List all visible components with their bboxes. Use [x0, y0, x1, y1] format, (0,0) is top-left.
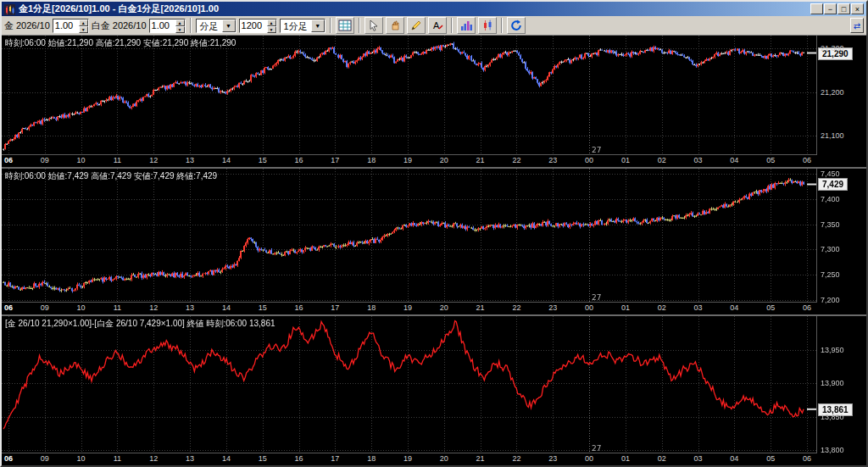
window-extra-button[interactable]: [810, 3, 823, 14]
period-type-dropdown[interactable]: 分足 ▼: [196, 19, 236, 33]
toolbar-separator: [501, 18, 503, 33]
time-label-09: 09: [41, 303, 49, 312]
hand-icon[interactable]: [386, 17, 404, 34]
toolbar-separator: [190, 18, 192, 33]
gold-info-line: 時刻:06:00 始値:21,290 高値:21,290 安値:21,290 終…: [5, 37, 236, 49]
gold-axis-label: 21,100: [821, 131, 844, 140]
window-title: 金1分足[2026/10]1.00 - 白金1分足[2026/10]1.00: [19, 3, 810, 15]
interval-value: 1分足: [281, 19, 311, 32]
gold-label: 金: [4, 19, 14, 32]
time-label-02: 02: [658, 454, 666, 463]
time-label-14: 14: [222, 454, 231, 463]
period-type-value: 分足: [197, 19, 222, 32]
platinum-axis-label: 7,250: [821, 270, 840, 279]
time-label-18: 18: [367, 303, 376, 312]
time-label-05: 05: [766, 156, 775, 164]
time-label-19: 19: [403, 303, 412, 312]
time-label-14: 14: [222, 156, 231, 164]
time-label-03: 03: [694, 303, 703, 312]
time-label-12: 12: [149, 156, 158, 164]
gold-chart-canvas[interactable]: [2, 36, 817, 155]
title-bar: 金1分足[2026/10]1.00 - 白金1分足[2026/10]1.00 −…: [2, 2, 866, 16]
time-label-11: 11: [114, 303, 121, 312]
gold-axis-label: 21,300: [821, 44, 844, 53]
toolbar-separator: [359, 18, 360, 33]
app-window: 金1分足[2026/10]1.00 - 白金1分足[2026/10]1.00 −…: [0, 0, 868, 467]
chevron-down-icon[interactable]: ▼: [222, 19, 236, 32]
time-label-09: 09: [41, 156, 49, 164]
candlestick-icon[interactable]: [478, 17, 497, 34]
platinum-axis-label: 7,300: [821, 245, 840, 253]
pencil-icon[interactable]: [407, 17, 426, 34]
time-label-06: 06: [4, 454, 13, 463]
time-label-15: 15: [259, 303, 267, 312]
time-label-14: 14: [222, 303, 231, 312]
bar-count-up[interactable]: ▲: [267, 19, 276, 26]
toolbar-overflow-button[interactable]: ⇄: [850, 18, 864, 33]
time-label-20: 20: [440, 156, 448, 164]
toolbar-separator: [330, 18, 331, 33]
spread-time-axis: 0609101112131415161718192021222300010203…: [2, 453, 817, 465]
time-label-15: 15: [259, 454, 267, 463]
gold-time-axis: 0609101112131415161718192021222300010203…: [2, 154, 817, 167]
platinum-chart-canvas[interactable]: [2, 169, 817, 303]
platinum-axis-label: 7,200: [821, 296, 840, 304]
cursor-icon[interactable]: [364, 17, 383, 34]
platinum-price-axis: 7,429 7,4507,4007,3507,3007,2507,200: [816, 169, 866, 303]
bar-count-down[interactable]: ▼: [267, 26, 276, 33]
platinum-info-line: 時刻:06:00 始値:7,429 高値:7,429 安値:7,429 終値:7…: [5, 170, 217, 182]
time-label-03: 03: [694, 156, 703, 164]
time-label-18: 18: [367, 454, 376, 463]
spread-chart-canvas[interactable]: [2, 316, 817, 453]
text-tool-icon[interactable]: A: [428, 17, 447, 34]
window-controls: − □ ×: [810, 3, 864, 14]
gold-contract-label: 2026/10: [16, 20, 50, 31]
platinum-time-axis: 0609101112131415161718192021222300010203…: [2, 302, 817, 314]
minimize-button[interactable]: −: [824, 3, 837, 14]
time-label-10: 10: [77, 156, 86, 164]
time-label-06: 06: [803, 156, 811, 164]
maximize-button[interactable]: □: [837, 3, 850, 14]
platinum-multiplier-up[interactable]: ▲: [175, 19, 185, 26]
close-button[interactable]: ×: [851, 3, 864, 14]
bar-count-input[interactable]: 1200 ▲▼: [239, 19, 277, 33]
time-label-21: 21: [476, 454, 485, 463]
gold-multiplier-input[interactable]: 1.00 ▲▼: [53, 19, 89, 33]
time-label-03: 03: [694, 454, 703, 463]
interval-dropdown[interactable]: 1分足 ▼: [280, 19, 326, 33]
time-label-09: 09: [41, 454, 49, 463]
time-label-05: 05: [766, 454, 775, 463]
time-label-16: 16: [295, 303, 303, 312]
time-label-23: 23: [548, 303, 557, 312]
time-label-22: 22: [512, 454, 520, 463]
gold-multiplier-down[interactable]: ▼: [79, 26, 88, 33]
time-label-17: 17: [331, 454, 339, 463]
platinum-label: 白金: [92, 19, 110, 32]
chevron-down-icon[interactable]: ▼: [311, 19, 325, 32]
time-label-22: 22: [512, 303, 520, 312]
time-label-06: 06: [803, 303, 811, 312]
platinum-multiplier-input[interactable]: 1.00 ▲▼: [149, 19, 186, 33]
time-label-02: 02: [658, 303, 666, 312]
time-label-21: 21: [476, 156, 485, 164]
time-label-12: 12: [149, 454, 158, 463]
gold-multiplier-up[interactable]: ▲: [79, 19, 88, 26]
time-label-15: 15: [259, 156, 267, 164]
refresh-icon[interactable]: [507, 17, 526, 34]
platinum-multiplier-down[interactable]: ▼: [175, 26, 185, 33]
time-label-12: 12: [149, 303, 158, 312]
platinum-axis-label: 7,350: [821, 220, 840, 229]
time-label-00: 00: [585, 156, 593, 164]
time-label-06: 06: [4, 303, 13, 312]
gold-price-axis: 21,290 21,30021,20021,100: [816, 36, 866, 155]
platinum-price-badge: 7,429: [818, 178, 848, 191]
time-label-22: 22: [512, 156, 520, 164]
platinum-axis-label: 7,450: [821, 170, 840, 178]
chart-area: 時刻:06:00 始値:21,290 高値:21,290 安値:21,290 終…: [2, 36, 866, 465]
chart-grid-icon[interactable]: [336, 17, 354, 34]
gold-axis-label: 21,200: [821, 88, 844, 97]
toolbar-separator: [451, 18, 453, 33]
bar-chart-icon[interactable]: [457, 17, 476, 34]
spread-panel: [金 26/10 21,290×1.00]-[白金 26/10 7,429×1.…: [2, 316, 866, 465]
platinum-panel: 時刻:06:00 始値:7,429 高値:7,429 安値:7,429 終値:7…: [2, 169, 866, 316]
